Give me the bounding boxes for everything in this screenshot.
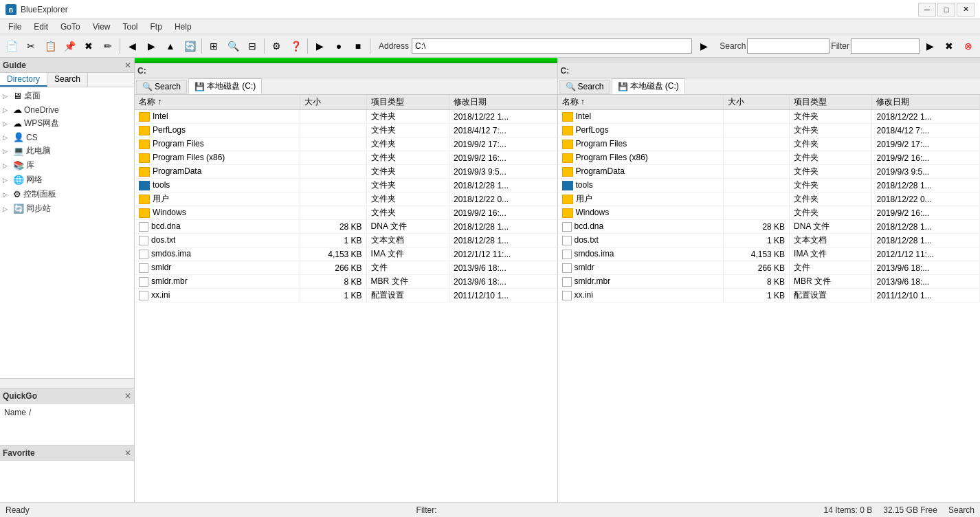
- table-row[interactable]: dos.txt1 KB文本文档2018/12/28 1...: [558, 234, 980, 248]
- table-row[interactable]: smdos.ima4,153 KBIMA 文件2012/1/12 11:...: [135, 248, 557, 261]
- right-tab-c[interactable]: 💾 本地磁盘 (C:): [612, 78, 685, 94]
- table-row[interactable]: bcd.dna28 KBDNA 文件2018/12/28 1...: [135, 220, 557, 234]
- table-row[interactable]: Windows文件夹2019/9/2 16:...: [135, 206, 557, 220]
- table-row[interactable]: smdos.ima4,153 KBIMA 文件2012/1/12 11:...: [558, 248, 980, 261]
- table-row[interactable]: Intel文件夹2018/12/22 1...: [135, 110, 557, 124]
- toolbar-search[interactable]: 🔍: [224, 37, 242, 55]
- table-row[interactable]: smldr266 KB文件2013/9/6 18:...: [135, 261, 557, 275]
- table-row[interactable]: Windows文件夹2019/9/2 16:...: [558, 206, 980, 220]
- menu-help[interactable]: Help: [169, 21, 197, 33]
- table-row[interactable]: smldr266 KB文件2013/9/6 18:...: [558, 261, 980, 275]
- toolbar-up[interactable]: ▲: [162, 37, 179, 55]
- toolbar-play[interactable]: ▶: [311, 37, 328, 55]
- file-name-cell: xx.ini: [135, 289, 300, 302]
- menu-edit[interactable]: Edit: [28, 21, 54, 33]
- close-button[interactable]: ✕: [957, 3, 975, 16]
- maximize-button[interactable]: □: [937, 3, 955, 16]
- table-row[interactable]: PerfLogs文件夹2018/4/12 7:...: [558, 124, 980, 138]
- table-row[interactable]: Program Files (x86)文件夹2019/9/2 16:...: [135, 151, 557, 165]
- left-col-size[interactable]: 大小: [300, 95, 366, 110]
- quickgo-close[interactable]: ✕: [124, 391, 131, 401]
- table-row[interactable]: 用户文件夹2018/12/22 0...: [135, 192, 557, 206]
- tree-item-sync[interactable]: ▷ 🔄 同步站: [1, 201, 133, 216]
- toolbar-back[interactable]: ◀: [123, 37, 141, 55]
- toolbar-rename[interactable]: ✏: [99, 37, 117, 55]
- table-row[interactable]: smldr.mbr8 KBMBR 文件2013/9/6 18:...: [135, 275, 557, 289]
- filter-label: Filter: [831, 41, 849, 51]
- guide-hscroll[interactable]: [0, 378, 134, 388]
- toolbar-delete[interactable]: ✖: [80, 37, 98, 55]
- tree-item-cs[interactable]: ▷ 👤 CS: [1, 131, 133, 144]
- right-tab-search[interactable]: 🔍 Search: [559, 80, 610, 94]
- table-row[interactable]: tools文件夹2018/12/28 1...: [135, 179, 557, 192]
- tree-item-onedrive[interactable]: ▷ ☁ OneDrive: [1, 103, 133, 116]
- toolbar-settings[interactable]: ⚙: [267, 37, 285, 55]
- address-go[interactable]: ▶: [695, 37, 713, 55]
- filter-error[interactable]: ⊗: [959, 37, 977, 55]
- minimize-button[interactable]: ─: [918, 3, 936, 16]
- guide-tab-directory[interactable]: Directory: [0, 73, 47, 87]
- status-right: 14 Items: 0 B 32.15 GB Free Search: [824, 505, 975, 515]
- table-row[interactable]: Intel文件夹2018/12/22 1...: [558, 110, 980, 124]
- toolbar-copy[interactable]: 📋: [41, 37, 59, 55]
- toolbar-view-switch[interactable]: ⊟: [243, 37, 261, 55]
- left-col-date[interactable]: 修改日期: [449, 95, 557, 110]
- toolbar-paste[interactable]: 📌: [60, 37, 78, 55]
- table-row[interactable]: xx.ini1 KB配置设置2011/12/10 1...: [135, 289, 557, 302]
- guide-tab-search[interactable]: Search: [47, 73, 88, 87]
- filter-input[interactable]: [851, 38, 920, 54]
- search-input[interactable]: [747, 38, 829, 54]
- tree-item-wps[interactable]: ▷ ☁ WPS网盘: [1, 116, 133, 131]
- file-date-cell: 2018/4/12 7:...: [449, 124, 557, 138]
- toolbar-forward[interactable]: ▶: [142, 37, 160, 55]
- guide-tree: ▷ 🖥 桌面 ▷ ☁ OneDrive ▷ ☁ WPS网盘 ▷ 👤 CS ▷: [0, 87, 134, 378]
- tree-item-desktop[interactable]: ▷ 🖥 桌面: [1, 89, 133, 103]
- left-col-type[interactable]: 项目类型: [366, 95, 449, 110]
- left-tab-search[interactable]: 🔍 Search: [136, 80, 187, 94]
- toolbar-new[interactable]: 📄: [3, 37, 21, 55]
- guide-close[interactable]: ✕: [124, 60, 131, 70]
- address-input[interactable]: [412, 38, 692, 54]
- table-row[interactable]: Program Files文件夹2019/9/2 17:...: [135, 138, 557, 151]
- menu-tool[interactable]: Tool: [118, 21, 144, 33]
- table-row[interactable]: Program Files (x86)文件夹2019/9/2 16:...: [558, 151, 980, 165]
- right-file-list[interactable]: 名称 ↑ 大小 项目类型 修改日期 Intel文件夹2018/12/22 1..…: [558, 95, 981, 502]
- left-file-list[interactable]: 名称 ↑ 大小 项目类型 修改日期 Intel文件夹2018/12/22 1..…: [135, 95, 557, 502]
- table-row[interactable]: PerfLogs文件夹2018/4/12 7:...: [135, 124, 557, 138]
- table-row[interactable]: tools文件夹2018/12/28 1...: [558, 179, 980, 192]
- tree-label-wps: WPS网盘: [24, 118, 59, 129]
- menu-goto[interactable]: GoTo: [55, 21, 86, 33]
- table-row[interactable]: Program Files文件夹2019/9/2 17:...: [558, 138, 980, 151]
- table-row[interactable]: bcd.dna28 KBDNA 文件2018/12/28 1...: [558, 220, 980, 234]
- toolbar-dual[interactable]: ⊞: [205, 37, 223, 55]
- toolbar-help[interactable]: ❓: [287, 37, 304, 55]
- menu-file[interactable]: File: [3, 21, 27, 33]
- menu-ftp[interactable]: Ftp: [145, 21, 168, 33]
- tree-item-pc[interactable]: ▷ 💻 此电脑: [1, 144, 133, 158]
- right-col-type[interactable]: 项目类型: [790, 95, 872, 110]
- favorite-close[interactable]: ✕: [124, 448, 131, 458]
- table-row[interactable]: ProgramData文件夹2019/9/3 9:5...: [558, 165, 980, 179]
- filter-clear[interactable]: ✖: [940, 37, 958, 55]
- toolbar-stop[interactable]: ■: [349, 37, 367, 55]
- table-row[interactable]: dos.txt1 KB文本文档2018/12/28 1...: [135, 234, 557, 248]
- left-col-name[interactable]: 名称 ↑: [135, 95, 300, 110]
- tree-item-library[interactable]: ▷ 📚 库: [1, 158, 133, 173]
- toolbar-refresh[interactable]: 🔄: [181, 37, 199, 55]
- tree-item-network[interactable]: ▷ 🌐 网络: [1, 173, 133, 187]
- left-tab-c[interactable]: 💾 本地磁盘 (C:): [188, 78, 262, 94]
- right-col-date[interactable]: 修改日期: [872, 95, 980, 110]
- toolbar-cut[interactable]: ✂: [22, 37, 40, 55]
- status-middle: Filter:: [416, 505, 437, 515]
- right-pane-tabs: 🔍 Search 💾 本地磁盘 (C:): [558, 78, 981, 95]
- right-col-size[interactable]: 大小: [723, 95, 789, 110]
- table-row[interactable]: ProgramData文件夹2019/9/3 9:5...: [135, 165, 557, 179]
- toolbar-dot[interactable]: ●: [330, 37, 348, 55]
- table-row[interactable]: smldr.mbr8 KBMBR 文件2013/9/6 18:...: [558, 275, 980, 289]
- table-row[interactable]: xx.ini1 KB配置设置2011/12/10 1...: [558, 289, 980, 302]
- menu-view[interactable]: View: [87, 21, 116, 33]
- right-col-name[interactable]: 名称 ↑: [558, 95, 724, 110]
- table-row[interactable]: 用户文件夹2018/12/22 0...: [558, 192, 980, 206]
- tree-item-controlpanel[interactable]: ▷ ⚙ 控制面板: [1, 187, 133, 201]
- filter-go[interactable]: ▶: [921, 37, 939, 55]
